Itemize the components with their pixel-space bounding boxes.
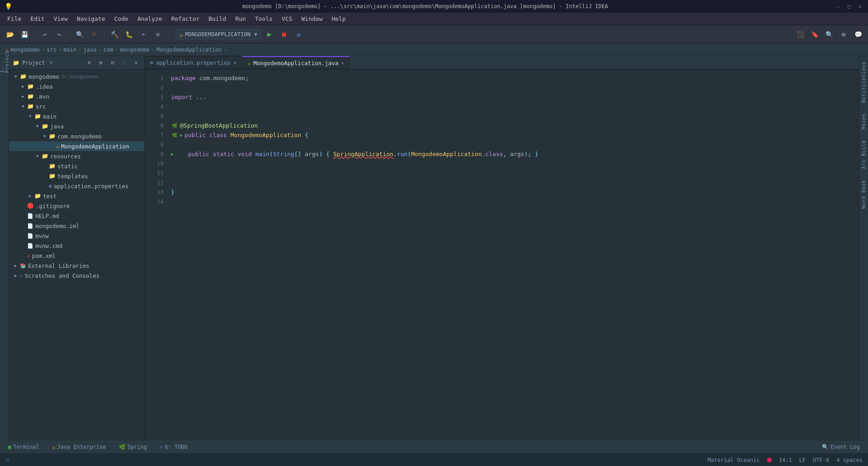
tab-close-btn[interactable]: ✕ [341, 60, 344, 66]
tree-item-help[interactable]: 📄 HELP.md [9, 211, 144, 221]
spring-tab[interactable]: 🌿 Spring [116, 443, 150, 451]
bc-com[interactable]: com [104, 47, 113, 53]
tree-item-java[interactable]: ▼ 📁 java [9, 121, 144, 131]
editor-content[interactable]: 1 2 3 4 5 6 7 8 9 10 11 12 13 14 package… [145, 70, 859, 440]
code-editor[interactable]: package com.mongodemo; import ... 🌿 @Spr… [167, 70, 859, 440]
toolbar-find-btn[interactable]: 🔍 [823, 28, 835, 41]
run-gutter-icon[interactable]: 🌿 [171, 130, 178, 140]
tree-item-mvnw[interactable]: 📄 mvnw [9, 231, 144, 241]
menu-tools[interactable]: Tools [251, 14, 276, 23]
toolbar-bookmark-btn[interactable]: 🔖 [808, 28, 821, 41]
toolbar-undo-btn[interactable]: ↩ [38, 28, 51, 41]
word-book-panel-btn[interactable]: Word Book [861, 176, 866, 212]
project-more-btn[interactable]: ⋮ [120, 58, 129, 67]
menu-analyze[interactable]: Analyze [134, 14, 166, 23]
material-theme-label[interactable]: Material Oceanic [708, 457, 760, 463]
tree-item-main[interactable]: ▼ 📁 main [9, 111, 144, 121]
run-main-btn[interactable]: ▶ [171, 149, 174, 159]
toolbar-open-btn[interactable]: 📂 [4, 28, 16, 41]
tab-app-properties[interactable]: ⚙ application.properties ✕ [145, 56, 242, 69]
menu-build[interactable]: Build [205, 14, 230, 23]
run-line-btn[interactable]: ▶ [180, 130, 183, 140]
tree-item-app-props[interactable]: ⚙ application.properties [9, 181, 144, 191]
toolbar-save-btn[interactable]: 💾 [18, 28, 31, 41]
menu-vcs[interactable]: VCS [278, 14, 296, 23]
vcs-icon[interactable]: ⑂ [5, 456, 9, 464]
menu-navigate[interactable]: Navigate [73, 14, 109, 23]
java-enterprise-tab[interactable]: ☕ Java Enterprise [49, 443, 109, 451]
menu-edit[interactable]: Edit [27, 14, 48, 23]
run-button[interactable]: ▶ [263, 28, 276, 41]
project-collapse-btn[interactable]: ⊟ [108, 58, 117, 67]
indent-label[interactable]: 4 spaces [836, 457, 863, 463]
encoding[interactable]: UTF-8 [813, 457, 829, 463]
bc-main[interactable]: main [63, 47, 76, 53]
toolbar-build-btn[interactable]: 🔨 [108, 28, 121, 41]
maximize-button[interactable]: □ [845, 3, 853, 10]
terminal-tab[interactable]: ▣ Terminal [5, 443, 42, 451]
tree-item-mongodemo[interactable]: ▼ 📁 mongodemo D:\mongodemo [9, 71, 144, 81]
tree-item-com-mongodemo[interactable]: ▼ 📁 com.mongodemo [9, 131, 144, 141]
menu-window[interactable]: Window [298, 14, 326, 23]
tree-item-ext-libs[interactable]: ▶ 📚 External Libraries [9, 261, 144, 271]
line-ending[interactable]: LF [799, 457, 806, 463]
menu-view[interactable]: View [50, 14, 71, 23]
java-enterprise-label: Java Enterprise [57, 444, 106, 450]
menu-run[interactable]: Run [231, 14, 249, 23]
toolbar-grid-btn[interactable]: ⊞ [837, 28, 850, 41]
tree-item-pom[interactable]: ✔ pom.xml [9, 251, 144, 261]
tab-close-btn[interactable]: ✕ [233, 60, 236, 66]
run-config-selector[interactable]: ☕ MONGODEMOAPPLICATION ▼ [175, 29, 261, 39]
toolbar-redo-btn[interactable]: ↪ [53, 28, 66, 41]
menu-file[interactable]: File [4, 14, 25, 23]
menu-refactor[interactable]: Refactor [168, 14, 203, 23]
tree-item-templates[interactable]: 📁 templates [9, 171, 144, 181]
tree-item-iml[interactable]: 📄 mongodemo.iml [9, 221, 144, 231]
project-dropdown-icon[interactable]: ▼ [50, 60, 53, 66]
cursor-position[interactable]: 14:1 [779, 457, 792, 463]
project-close-btn[interactable]: ✕ [132, 58, 141, 67]
toolbar-coverage-btn[interactable]: ☂ [137, 28, 150, 41]
project-panel-toggle[interactable]: 1: Project [1, 58, 8, 65]
toolbar-profile-btn[interactable]: ⊙ [151, 28, 164, 41]
tab-mongodemo-app[interactable]: ☕ MongodemoApplication.java ✕ [242, 56, 350, 69]
project-settings-btn[interactable]: ⚙ [85, 58, 94, 67]
toolbar-search-btn[interactable]: 🔍 [73, 28, 86, 41]
tree-item-gitignore[interactable]: 🔴 .gitignore [9, 201, 144, 211]
event-log-btn[interactable]: 🔍 Event Log [819, 443, 863, 451]
bc-mongodemo-pkg[interactable]: mongodemo [120, 47, 150, 53]
tree-item-mvnw-cmd[interactable]: 📄 mvnw.cmd [9, 241, 144, 251]
tree-item-src[interactable]: ▼ 📁 src [9, 101, 144, 111]
bc-mongodemo[interactable]: mongodemo [10, 47, 40, 53]
art-build-panel-btn[interactable]: Art Build [861, 137, 866, 172]
bc-java[interactable]: java [84, 47, 97, 53]
window-controls[interactable]: — □ ✕ [835, 3, 863, 10]
stop-button[interactable]: ⏹ [278, 28, 290, 41]
close-button[interactable]: ✕ [856, 3, 863, 10]
toolbar-terminal-btn[interactable]: ⬛ [794, 28, 807, 41]
todo-tab[interactable]: ✓ 6: TODO [157, 443, 190, 451]
toolbar-chat-btn[interactable]: 💬 [852, 28, 864, 41]
bc-src[interactable]: src [47, 47, 57, 53]
tree-item-test[interactable]: ▶ 📁 test [9, 191, 144, 201]
minimize-button[interactable]: — [835, 3, 842, 10]
run-config-dropdown-icon[interactable]: ▼ [254, 31, 257, 38]
notifications-panel-btn[interactable]: Notifications [861, 58, 866, 106]
tree-label: .mvn [36, 93, 49, 100]
tree-item-scratches[interactable]: ▶ ✏ Scratches and Consoles [9, 271, 144, 281]
maven-panel-btn[interactable]: Maven [861, 110, 866, 133]
menu-code[interactable]: Code [111, 14, 132, 23]
tree-item-resources[interactable]: ▼ 📁 resources [9, 151, 144, 161]
bc-class[interactable]: MongodemoApplication [156, 47, 222, 53]
project-expand-btn[interactable]: ⊞ [96, 58, 105, 67]
toolbar-debug-btn[interactable]: 🐛 [123, 28, 135, 41]
toolbar-git-btn[interactable]: ⑂ [88, 28, 100, 41]
menu-help[interactable]: Help [328, 14, 349, 23]
tree-item-mvn[interactable]: ▶ 📁 .mvn [9, 91, 144, 101]
tree-item-static[interactable]: 📁 static [9, 161, 144, 171]
rerun-button[interactable]: ↺ [292, 28, 305, 41]
tree-arrow: ▼ [36, 124, 42, 128]
tree-item-idea[interactable]: ▶ 📁 .idea [9, 81, 144, 91]
tree-item-app[interactable]: ☕ MongodemoApplication [9, 141, 144, 151]
tree-label: resources [50, 153, 81, 160]
